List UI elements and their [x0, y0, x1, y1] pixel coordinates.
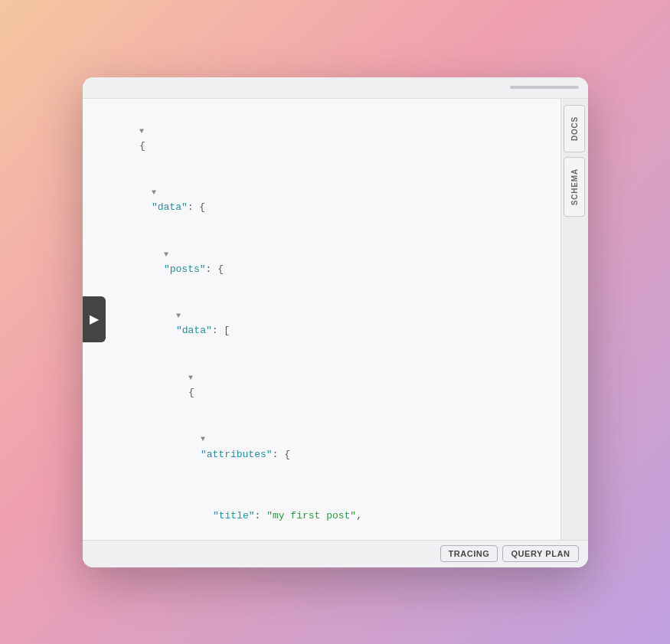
main-panel: ▶ ▼ { ▼ "data": { ▼ "posts": { ▼ "data":… [83, 77, 588, 567]
json-line: ▼ "attributes": { [89, 416, 561, 478]
json-line: ▼ { [89, 108, 561, 170]
content-area: ▶ ▼ { ▼ "data": { ▼ "posts": { ▼ "data":… [83, 99, 588, 540]
json-line: ▼ { [89, 355, 561, 417]
tab-schema[interactable]: SCHEMA [564, 157, 585, 217]
collapse-arrow[interactable]: ▼ [139, 126, 150, 138]
top-bar [83, 77, 588, 99]
json-line: "title": "my first post", [89, 478, 561, 540]
sidebar-tabs: DOCS SCHEMA [561, 99, 588, 540]
collapse-panel-button[interactable]: ▶ [83, 296, 106, 342]
collapse-arrow[interactable]: ▼ [188, 372, 199, 384]
collapse-arrow[interactable]: ▼ [201, 433, 211, 446]
json-line: ▼ "data": [ [89, 293, 561, 355]
bottom-bar: TRACING QUERY PLAN [83, 540, 588, 567]
collapse-arrow[interactable]: ▼ [176, 310, 187, 322]
json-line: ▼ "posts": { [89, 231, 561, 293]
tab-docs[interactable]: DOCS [564, 105, 585, 152]
collapse-arrow[interactable]: ▼ [152, 187, 162, 199]
top-bar-line [510, 86, 579, 89]
json-viewer[interactable]: ▼ { ▼ "data": { ▼ "posts": { ▼ "data": [… [83, 99, 561, 540]
json-line: ▼ "data": { [89, 169, 561, 231]
collapse-arrow[interactable]: ▼ [164, 249, 175, 261]
query-plan-button[interactable]: QUERY PLAN [502, 545, 578, 562]
tracing-button[interactable]: TRACING [440, 545, 498, 562]
